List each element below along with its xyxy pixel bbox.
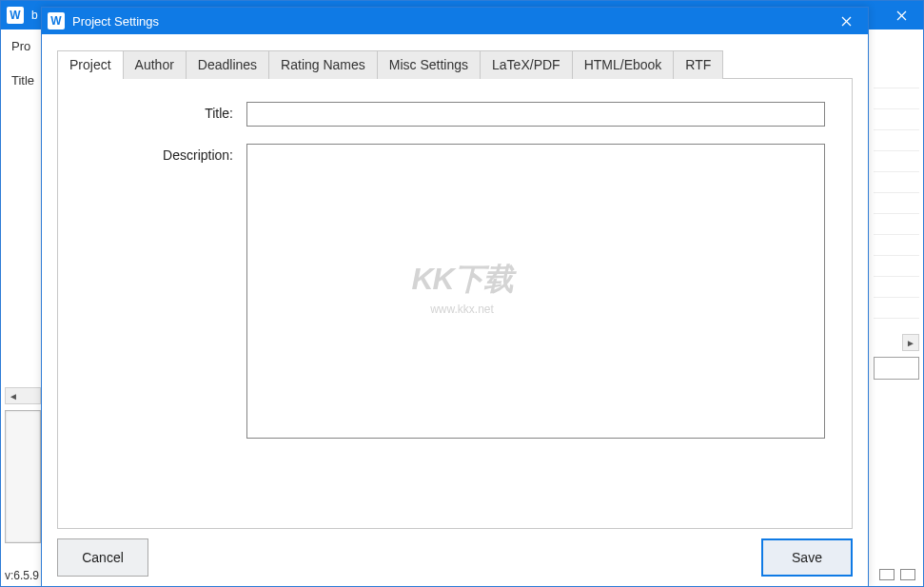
tab-author[interactable]: Author <box>124 50 187 79</box>
dialog-title: Project Settings <box>72 14 159 29</box>
tab-misc-settings[interactable]: Misc Settings <box>378 50 481 79</box>
app-icon: W <box>7 7 24 24</box>
tab-deadlines[interactable]: Deadlines <box>187 50 269 79</box>
chevron-right-icon: ► <box>906 338 915 348</box>
dialog-button-bar: Cancel Save <box>57 529 853 586</box>
tab-latex-pdf[interactable]: LaTeX/PDF <box>481 50 573 79</box>
parent-right-scroll-button[interactable]: ► <box>902 334 919 351</box>
tab-project[interactable]: Project <box>57 50 124 79</box>
tabstrip: Project Author Deadlines Rating Names Mi… <box>57 49 853 79</box>
parent-left-column: Pro Title <box>8 35 38 90</box>
chevron-left-icon: ◄ <box>6 391 21 401</box>
dialog-titlebar[interactable]: W Project Settings <box>42 8 868 34</box>
parent-left-tab-1[interactable]: Title <box>8 69 38 90</box>
save-button[interactable]: Save <box>761 538 853 577</box>
status-icon-1[interactable] <box>879 569 895 580</box>
tab-rtf[interactable]: RTF <box>674 50 723 79</box>
project-settings-dialog: W Project Settings Project Author Deadli… <box>41 7 869 587</box>
parent-left-tab-0[interactable]: Pro <box>8 35 38 56</box>
tab-html-ebook[interactable]: HTML/Ebook <box>573 50 675 79</box>
tab-rating-names[interactable]: Rating Names <box>269 50 378 79</box>
tab-panel-project: Title: Description: <box>57 79 853 529</box>
cancel-button[interactable]: Cancel <box>57 538 148 577</box>
description-label: Description: <box>85 144 246 439</box>
parent-statusbar-icons <box>879 569 915 580</box>
parent-right-input[interactable] <box>874 357 919 380</box>
parent-version-label: v:6.5.9 <box>5 569 39 582</box>
parent-close-button[interactable] <box>879 1 923 29</box>
dialog-close-button[interactable] <box>824 8 868 34</box>
title-input[interactable] <box>246 102 825 127</box>
close-icon <box>841 16 852 27</box>
dialog-app-icon: W <box>48 12 65 29</box>
status-icon-2[interactable] <box>900 569 915 580</box>
title-label: Title: <box>85 102 246 127</box>
parent-window-title: b <box>31 9 38 22</box>
description-textarea[interactable] <box>246 144 825 439</box>
parent-horizontal-scrollbar[interactable]: ◄ <box>5 387 41 404</box>
parent-preview-panel <box>5 410 41 543</box>
